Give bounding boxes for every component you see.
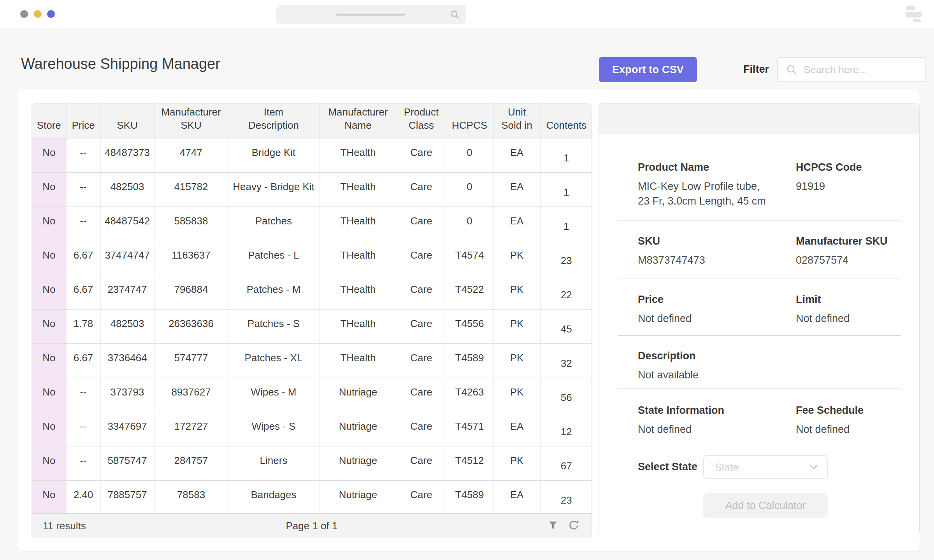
cell-price: 6.67 (66, 343, 100, 378)
products-table: StorePriceSKUManufacturer SKUItem Descri… (32, 104, 592, 515)
cell-manufacturer_name: THealth (319, 309, 397, 343)
field-label: Limit (796, 294, 901, 306)
field-label: Manufacturer SKU (796, 235, 901, 247)
add-to-calculator-button[interactable]: Add to Calculator (703, 493, 828, 518)
cell-store: No (32, 343, 66, 378)
field-label: SKU (638, 235, 796, 247)
browser-chrome (0, 0, 934, 28)
cell-unit_sold_in: PK (493, 241, 540, 275)
cell-unit_sold_in: EA (493, 172, 540, 206)
cell-unit_sold_in: EA (493, 412, 540, 446)
panel-section-description: Description Not available (638, 350, 901, 382)
export-csv-button[interactable]: Export to CSV (599, 57, 697, 82)
cell-manufacturer_sku: 415782 (154, 172, 228, 206)
menu-bar (906, 6, 915, 10)
content-card: StorePriceSKUManufacturer SKUItem Descri… (18, 89, 920, 551)
cell-item_description: Wipes - S (228, 412, 319, 446)
cell-price: -- (66, 138, 100, 172)
cell-product_class: Care (397, 412, 446, 446)
search-input[interactable] (803, 63, 925, 76)
cell-hcpcs: T4571 (446, 412, 493, 446)
table-row[interactable]: No--482503415782Heavy - Bridge KitTHealt… (32, 172, 592, 206)
cell-product_class: Care (397, 275, 446, 309)
cell-price: -- (66, 206, 100, 241)
panel-section-sku: SKU M8373747473 Manufacturer SKU 0287575… (638, 235, 901, 268)
cell-sku: 373793 (100, 378, 154, 412)
cell-manufacturer_name: THealth (319, 343, 397, 378)
cell-store: No (32, 446, 66, 480)
cell-manufacturer_name: THealth (319, 172, 397, 206)
field-value: Not defined (796, 311, 901, 326)
cell-store: No (32, 275, 66, 309)
field-value: 028757574 (796, 253, 901, 268)
cell-unit_sold_in: PK (493, 378, 540, 412)
table-row[interactable]: No--484873734747Bridge KitTHealthCare0EA… (32, 138, 592, 172)
field-price: Price Not defined (638, 294, 796, 326)
field-label: Price (638, 294, 796, 306)
menu-bar (913, 19, 921, 22)
table-row[interactable]: No--5875747284757LinersNutriageCareT4512… (32, 446, 592, 480)
cell-hcpcs: T4522 (446, 275, 493, 309)
column-header-manufacturer_name: Manufacturer Name (319, 104, 397, 138)
cell-contents: 1 (540, 172, 592, 206)
select-state-label: Select State (638, 461, 697, 473)
cell-store: No (32, 241, 66, 275)
refresh-icon[interactable] (568, 520, 579, 532)
cell-unit_sold_in: EA (493, 138, 540, 172)
table-row[interactable]: No6.67374747471163637Patches - LTHealthC… (32, 241, 592, 275)
window-control-dot-gray[interactable] (20, 10, 28, 18)
cell-manufacturer_sku: 4747 (154, 138, 228, 172)
cell-manufacturer_name: Nutriage (319, 480, 397, 514)
cell-hcpcs: T4556 (446, 309, 493, 343)
field-limit: Limit Not defined (796, 294, 901, 326)
chevron-down-icon (810, 465, 818, 470)
table-header-row: StorePriceSKUManufacturer SKUItem Descri… (32, 104, 592, 138)
page-indicator: Page 1 of 1 (286, 520, 338, 532)
cell-price: 6.67 (66, 275, 100, 309)
state-dropdown-placeholder: State (715, 461, 810, 473)
field-value: Not defined (638, 422, 796, 437)
state-dropdown[interactable]: State (703, 455, 828, 479)
search-icon (786, 64, 797, 75)
window-control-dot-blue[interactable] (47, 10, 55, 18)
window-control-dot-yellow[interactable] (34, 10, 42, 18)
cell-sku: 3736464 (100, 343, 154, 378)
table-footer: 11 results Page 1 of 1 (32, 513, 592, 538)
field-label: Description (638, 350, 796, 362)
table-row[interactable]: No--48487542585838PatchesTHealthCare0EA1 (32, 206, 592, 241)
url-placeholder-bar (336, 14, 405, 16)
cell-price: -- (66, 172, 100, 206)
cell-sku: 5875747 (100, 446, 154, 480)
cell-manufacturer_name: THealth (319, 275, 397, 309)
table-row[interactable]: No1.7848250326363636Patches - STHealthCa… (32, 309, 592, 343)
cell-product_class: Care (397, 241, 446, 275)
filter-search-field[interactable] (777, 57, 926, 82)
field-manufacturer-sku: Manufacturer SKU 028757574 (796, 235, 901, 268)
cell-hcpcs: 0 (446, 172, 493, 206)
cell-product_class: Care (397, 446, 446, 480)
table-row[interactable]: No--3737938937627Wipes - MNutriageCareT4… (32, 378, 592, 412)
cell-manufacturer_sku: 585838 (154, 206, 228, 241)
table-row[interactable]: No6.673736464574777Patches - XLTHealthCa… (32, 343, 592, 378)
table-row[interactable]: No--3347697172727Wipes - SNutriageCareT4… (32, 412, 592, 446)
field-value: Not available (638, 368, 796, 382)
cell-unit_sold_in: PK (493, 446, 540, 480)
funnel-icon[interactable] (548, 520, 558, 532)
cell-contents: 23 (540, 241, 592, 275)
cell-price: 2.40 (66, 480, 100, 514)
field-value: Not defined (796, 422, 901, 437)
cell-unit_sold_in: PK (493, 343, 540, 378)
column-header-unit_sold_in: Unit Sold in (493, 104, 540, 138)
cell-sku: 3347697 (100, 412, 154, 446)
cell-product_class: Care (397, 378, 446, 412)
cell-unit_sold_in: PK (493, 309, 540, 343)
field-label: State Information (638, 404, 796, 416)
table-row[interactable]: No2.40788575778583BandagesNutriageCareT4… (32, 480, 592, 514)
cell-manufacturer_sku: 1163637 (154, 241, 228, 275)
cell-price: 1.78 (66, 309, 100, 343)
cell-product_class: Care (397, 206, 446, 241)
chrome-address-bar[interactable] (276, 5, 466, 24)
divider (618, 278, 901, 278)
cell-product_class: Care (397, 480, 446, 514)
table-row[interactable]: No6.672374747796884Patches - MTHealthCar… (32, 275, 592, 309)
